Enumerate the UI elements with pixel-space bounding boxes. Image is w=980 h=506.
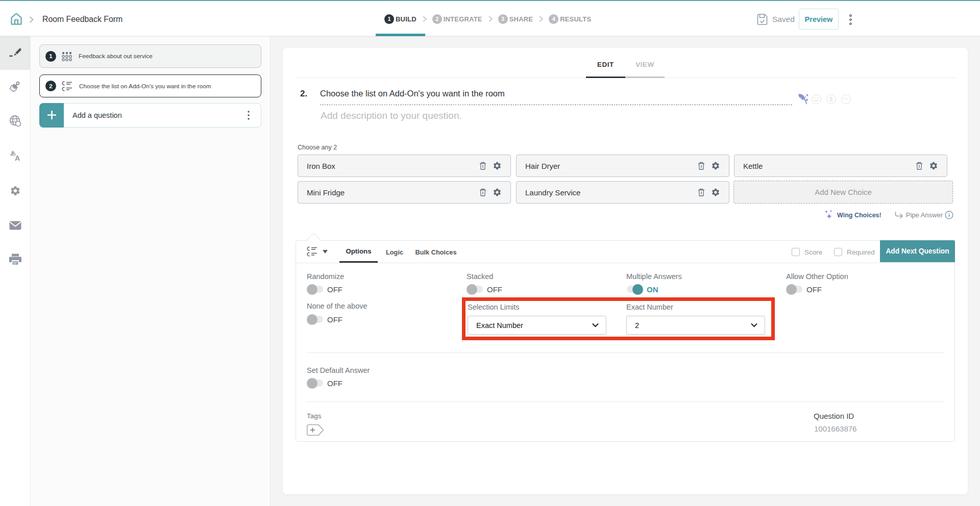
svg-text:A: A (15, 154, 20, 162)
